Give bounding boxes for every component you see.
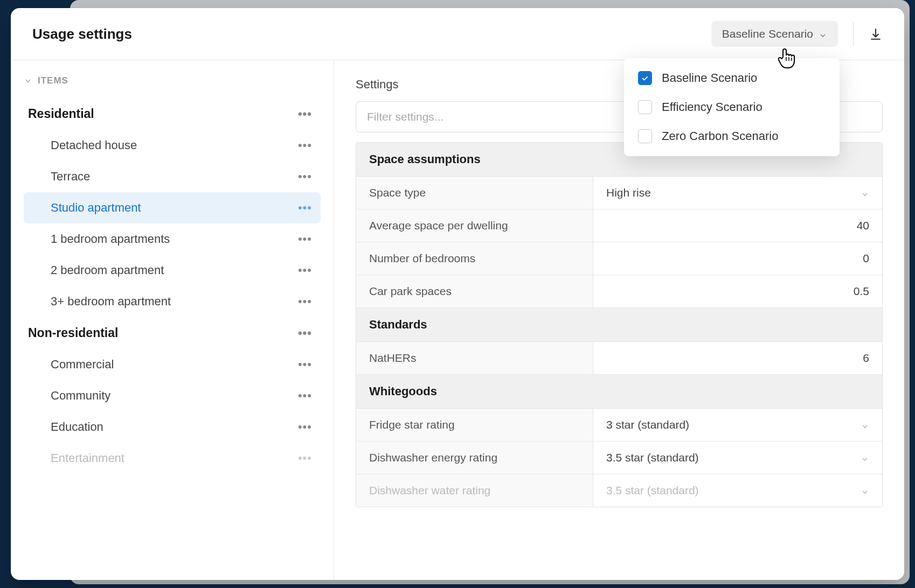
setting-label: Space type bbox=[356, 177, 593, 209]
download-button[interactable] bbox=[869, 27, 883, 41]
section-standards: Standards bbox=[356, 308, 882, 342]
setting-label: NatHERs bbox=[356, 342, 593, 374]
setting-label: Average space per dwelling bbox=[356, 209, 593, 242]
more-icon[interactable]: ••• bbox=[298, 295, 312, 309]
item-studio-apartment[interactable]: Studio apartment ••• bbox=[24, 192, 321, 223]
more-icon[interactable]: ••• bbox=[298, 451, 312, 465]
more-icon[interactable]: ••• bbox=[298, 138, 312, 152]
dish-water-select[interactable]: 3.5 star (standard) bbox=[593, 474, 882, 507]
checkbox-icon bbox=[638, 129, 652, 143]
checkbox-icon bbox=[638, 100, 652, 114]
row-dish-water: Dishwasher water rating 3.5 star (standa… bbox=[356, 474, 882, 507]
category-non-residential[interactable]: Non-residential ••• bbox=[24, 317, 321, 349]
menu-option-zero-carbon[interactable]: Zero Carbon Scenario bbox=[624, 122, 840, 151]
settings-table: Space assumptions Space type High rise A… bbox=[356, 142, 883, 507]
setting-label: Dishwasher energy rating bbox=[356, 442, 593, 474]
item-community[interactable]: Community ••• bbox=[24, 380, 321, 411]
item-3-bedroom[interactable]: 3+ bedroom apartment ••• bbox=[24, 286, 321, 317]
bedrooms-value[interactable]: 0 bbox=[593, 242, 882, 275]
chevron-down-icon bbox=[819, 30, 827, 38]
more-icon[interactable]: ••• bbox=[298, 420, 312, 434]
carpark-value[interactable]: 0.5 bbox=[593, 275, 882, 307]
item-detached-house[interactable]: Detached house ••• bbox=[24, 130, 321, 161]
more-icon[interactable]: ••• bbox=[298, 107, 312, 121]
chevron-down-icon bbox=[861, 453, 869, 462]
scenario-select-label: Baseline Scenario bbox=[722, 27, 813, 40]
dialog-header: Usage settings Baseline Scenario bbox=[11, 8, 904, 60]
avg-space-value[interactable]: 40 bbox=[593, 209, 882, 242]
tree: Residential ••• Detached house ••• Terra… bbox=[11, 98, 334, 474]
scenario-select[interactable]: Baseline Scenario bbox=[711, 21, 838, 47]
item-2-bedroom[interactable]: 2 bedroom apartment ••• bbox=[24, 255, 321, 286]
more-icon[interactable]: ••• bbox=[298, 201, 312, 215]
fridge-select[interactable]: 3 star (standard) bbox=[593, 409, 882, 441]
row-carpark: Car park spaces 0.5 bbox=[356, 275, 882, 308]
menu-option-baseline[interactable]: Baseline Scenario bbox=[624, 64, 840, 93]
section-whitegoods: Whitegoods bbox=[356, 375, 882, 409]
scenario-dropdown-menu: Baseline Scenario Efficiency Scenario Ze… bbox=[624, 58, 840, 156]
item-commercial[interactable]: Commercial ••• bbox=[24, 349, 321, 380]
more-icon[interactable]: ••• bbox=[298, 389, 312, 403]
chevron-down-icon bbox=[861, 486, 869, 495]
nathers-value[interactable]: 6 bbox=[593, 342, 882, 374]
items-collapse-header[interactable]: ITEMS bbox=[11, 75, 334, 98]
more-icon[interactable]: ••• bbox=[298, 263, 312, 277]
more-icon[interactable]: ••• bbox=[298, 358, 312, 372]
item-entertainment[interactable]: Entertainment ••• bbox=[24, 443, 321, 474]
setting-label: Fridge star rating bbox=[356, 409, 593, 441]
item-1-bedroom[interactable]: 1 bedroom apartments ••• bbox=[24, 223, 321, 255]
row-bedrooms: Number of bedrooms 0 bbox=[356, 242, 882, 275]
page-title: Usage settings bbox=[32, 26, 132, 43]
item-terrace[interactable]: Terrace ••• bbox=[24, 161, 321, 192]
menu-option-efficiency[interactable]: Efficiency Scenario bbox=[624, 93, 840, 122]
row-avg-space: Average space per dwelling 40 bbox=[356, 209, 882, 242]
category-residential[interactable]: Residential ••• bbox=[24, 98, 321, 130]
chevron-down-icon bbox=[861, 188, 869, 197]
sidebar: ITEMS Residential ••• Detached house •••… bbox=[11, 60, 334, 580]
fade-overlay bbox=[334, 548, 904, 580]
setting-label: Car park spaces bbox=[356, 275, 593, 307]
space-type-select[interactable]: High rise bbox=[593, 177, 882, 209]
more-icon[interactable]: ••• bbox=[298, 326, 312, 340]
chevron-down-icon bbox=[24, 76, 32, 85]
setting-label: Dishwasher water rating bbox=[356, 474, 593, 507]
items-label: ITEMS bbox=[38, 75, 68, 86]
dish-energy-select[interactable]: 3.5 star (standard) bbox=[593, 442, 882, 474]
chevron-down-icon bbox=[861, 421, 869, 429]
more-icon[interactable]: ••• bbox=[298, 232, 312, 246]
item-education[interactable]: Education ••• bbox=[24, 411, 321, 443]
more-icon[interactable]: ••• bbox=[298, 170, 312, 184]
divider bbox=[853, 22, 854, 46]
setting-label: Number of bedrooms bbox=[356, 242, 593, 275]
row-nathers: NatHERs 6 bbox=[356, 342, 882, 375]
row-space-type: Space type High rise bbox=[356, 177, 882, 209]
checkbox-checked-icon bbox=[638, 71, 652, 85]
header-actions: Baseline Scenario bbox=[711, 21, 883, 47]
row-fridge: Fridge star rating 3 star (standard) bbox=[356, 409, 882, 442]
row-dish-energy: Dishwasher energy rating 3.5 star (stand… bbox=[356, 442, 882, 474]
